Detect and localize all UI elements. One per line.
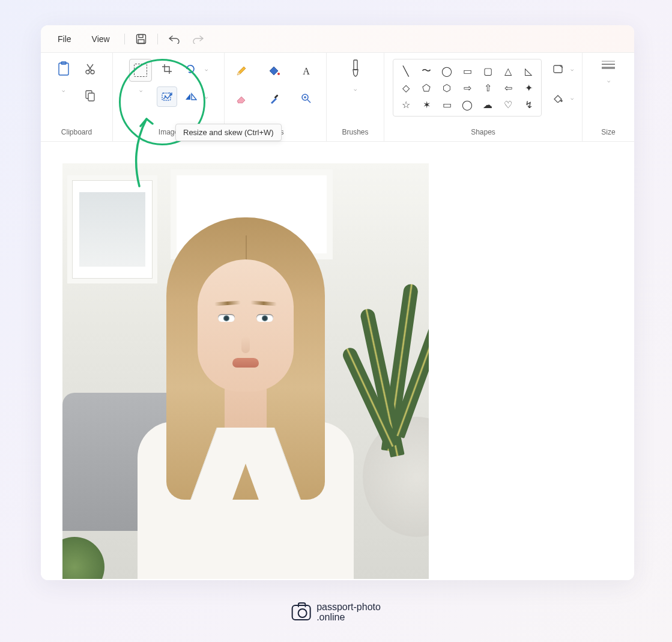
save-icon xyxy=(136,34,147,44)
group-clipboard: ⌵ Clipboard xyxy=(41,53,113,141)
shapes-gallery[interactable]: ╲ 〜 ◯ ▭ ▢ △ ◺ ◇ ⬠ ⬡ ⇨ ⇧ ⇦ ✦ ☆ ✶ ▭ xyxy=(393,59,542,117)
save-button[interactable] xyxy=(131,29,151,49)
group-size: ⌵ Size xyxy=(583,53,634,141)
svg-point-6 xyxy=(91,70,94,74)
svg-rect-3 xyxy=(59,63,68,75)
shape-triangle[interactable]: △ xyxy=(499,63,517,79)
group-label-brushes: Brushes xyxy=(342,124,368,138)
redo-icon xyxy=(192,34,204,44)
menu-file[interactable]: File xyxy=(49,32,80,46)
size-dropdown[interactable]: ⌵ xyxy=(598,76,619,83)
brush-dropdown[interactable]: ⌵ xyxy=(345,84,366,92)
canvas-image[interactable] xyxy=(62,163,429,579)
eraser-icon xyxy=(235,94,247,103)
paste-dropdown[interactable]: ⌵ xyxy=(53,85,74,93)
pencil-icon xyxy=(235,65,247,77)
shape-hexagon[interactable]: ⬡ xyxy=(438,80,456,95)
shape-6star[interactable]: ✶ xyxy=(417,97,435,112)
shape-callout-oval[interactable]: ◯ xyxy=(458,97,476,112)
watermark: passport-photo .online xyxy=(291,602,381,623)
ribbon: ⌵ Clipboard ⌵ xyxy=(41,53,634,142)
crop-button[interactable] xyxy=(157,59,177,79)
shape-line[interactable]: ╲ xyxy=(397,63,415,79)
menu-divider xyxy=(124,34,125,44)
zoom-button[interactable] xyxy=(296,88,316,109)
menubar: File View xyxy=(41,25,634,53)
paste-button[interactable] xyxy=(53,59,74,79)
shape-diamond[interactable]: ◇ xyxy=(397,80,415,95)
shape-pentagon[interactable]: ⬠ xyxy=(417,80,435,95)
fill-button[interactable] xyxy=(264,61,284,81)
eraser-button[interactable] xyxy=(231,88,252,109)
shape-lightning[interactable]: ↯ xyxy=(519,97,537,112)
group-label-clipboard: Clipboard xyxy=(61,124,92,138)
svg-rect-15 xyxy=(274,94,278,98)
fill-icon xyxy=(267,65,280,77)
shape-arrow-r[interactable]: ⇨ xyxy=(458,80,476,95)
text-button[interactable]: A xyxy=(296,61,316,81)
shape-callout-rect[interactable]: ▭ xyxy=(438,97,456,112)
outline-dropdown[interactable]: ⌵ xyxy=(571,66,574,72)
paint-window: File View ⌵ xyxy=(41,25,634,580)
shape-arrow-u[interactable]: ⇧ xyxy=(479,80,497,95)
undo-button[interactable] xyxy=(164,29,184,49)
group-label-size: Size xyxy=(601,124,615,138)
group-shapes: ╲ 〜 ◯ ▭ ▢ △ ◺ ◇ ⬠ ⬡ ⇨ ⇧ ⇦ ✦ ☆ ✶ ▭ xyxy=(384,53,583,141)
size-button[interactable] xyxy=(601,59,616,71)
svg-rect-10 xyxy=(88,93,94,101)
shapefill-icon xyxy=(552,93,563,103)
text-icon: A xyxy=(301,65,312,76)
picker-icon xyxy=(268,92,279,104)
photo-person xyxy=(132,217,360,579)
shape-curve[interactable]: 〜 xyxy=(417,63,435,79)
camera-icon xyxy=(291,605,310,620)
shape-rect[interactable]: ▭ xyxy=(458,63,476,79)
menu-view[interactable]: View xyxy=(83,32,118,46)
photo-plant xyxy=(357,271,429,488)
shape-righttri[interactable]: ◺ xyxy=(519,63,537,79)
flip-button[interactable] xyxy=(181,86,201,107)
flip-dropdown[interactable]: ⌵ xyxy=(205,94,208,100)
shape-star[interactable]: ☆ xyxy=(397,97,415,112)
svg-point-5 xyxy=(86,70,89,74)
brush-icon xyxy=(350,59,361,79)
pencil-button[interactable] xyxy=(231,61,252,81)
outline-icon xyxy=(552,64,563,74)
svg-rect-2 xyxy=(138,40,144,43)
resize-button[interactable] xyxy=(157,86,177,107)
zoom-icon xyxy=(301,93,312,104)
copy-button[interactable] xyxy=(80,85,100,106)
shapefill-dropdown[interactable]: ⌵ xyxy=(571,95,574,101)
paste-icon xyxy=(57,61,70,77)
group-brushes: ⌵ Brushes xyxy=(327,53,384,141)
rotate-dropdown[interactable]: ⌵ xyxy=(205,66,208,72)
undo-icon xyxy=(168,34,180,44)
shape-arrow-l[interactable]: ⇦ xyxy=(499,80,517,95)
rotate-icon xyxy=(185,64,197,74)
svg-point-22 xyxy=(560,100,563,102)
shape-callout-cloud[interactable]: ☁ xyxy=(479,97,497,112)
shape-roundrect[interactable]: ▢ xyxy=(479,63,497,79)
shape-4star[interactable]: ✦ xyxy=(519,80,537,95)
copy-icon xyxy=(85,89,95,101)
canvas-area[interactable] xyxy=(41,142,634,580)
select-button[interactable] xyxy=(129,59,152,82)
watermark-text: passport-photo .online xyxy=(316,602,381,623)
cut-button[interactable] xyxy=(80,59,100,79)
shape-heart[interactable]: ♡ xyxy=(499,97,517,112)
svg-rect-1 xyxy=(139,34,143,37)
select-dropdown[interactable]: ⌵ xyxy=(130,85,151,93)
shape-oval[interactable]: ◯ xyxy=(438,63,456,79)
rotate-button[interactable] xyxy=(181,59,201,79)
redo-button[interactable] xyxy=(188,29,208,49)
svg-line-17 xyxy=(307,100,310,103)
svg-rect-20 xyxy=(354,60,357,70)
picker-button[interactable] xyxy=(264,88,284,109)
cut-icon xyxy=(85,63,95,75)
svg-point-13 xyxy=(277,73,280,75)
svg-text:A: A xyxy=(303,66,310,76)
brush-button[interactable] xyxy=(350,59,361,79)
crop-icon xyxy=(162,64,172,74)
shape-outline-button[interactable] xyxy=(548,59,568,79)
shape-fill-button[interactable] xyxy=(548,88,568,108)
